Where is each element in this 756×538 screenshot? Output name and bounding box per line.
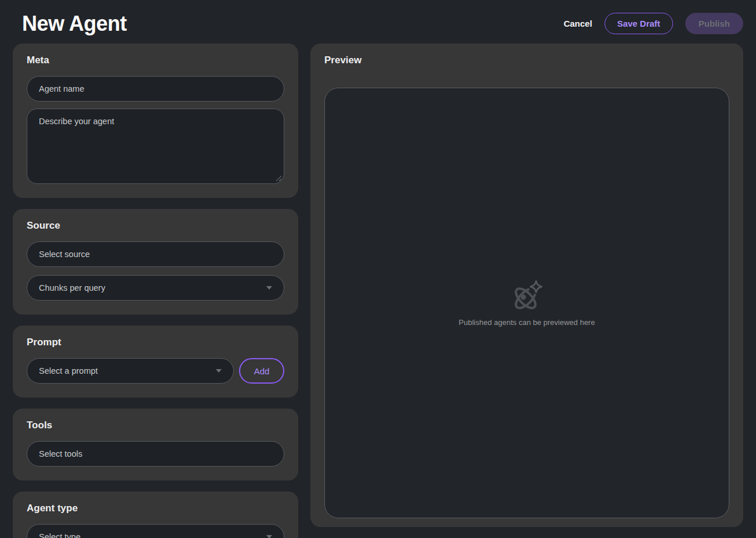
prompt-select-value: Select a prompt	[39, 366, 98, 375]
preview-column: Preview Published agents can be previewe…	[310, 44, 743, 527]
select-source-input[interactable]	[27, 241, 284, 267]
header-actions: Cancel Save Draft Publish	[563, 13, 743, 34]
chevron-down-icon	[266, 535, 272, 538]
chunks-per-query-select[interactable]: Chunks per query	[27, 275, 284, 301]
page-title: New Agent	[22, 12, 126, 36]
preview-heading: Preview	[324, 55, 729, 66]
chevron-down-icon	[266, 286, 272, 290]
main-content: Meta Source Chunks per query Prompt	[0, 44, 756, 538]
source-card: Source Chunks per query	[13, 209, 298, 315]
preview-empty-state: Published agents can be previewed here	[324, 88, 729, 518]
resize-handle-icon[interactable]	[276, 175, 282, 182]
tools-card: Tools	[13, 409, 298, 481]
cancel-button[interactable]: Cancel	[563, 19, 592, 28]
chunks-per-query-value: Chunks per query	[39, 283, 105, 293]
agent-name-input[interactable]	[27, 76, 284, 102]
preview-card: Preview Published agents can be previewe…	[310, 44, 743, 527]
prompt-select[interactable]: Select a prompt	[27, 358, 234, 384]
header: New Agent Cancel Save Draft Publish	[0, 0, 756, 44]
atom-sparkle-icon	[510, 279, 544, 313]
save-draft-button[interactable]: Save Draft	[605, 13, 673, 34]
form-column: Meta Source Chunks per query Prompt	[13, 44, 298, 538]
prompt-heading: Prompt	[27, 337, 284, 348]
meta-card: Meta	[13, 44, 298, 198]
chevron-down-icon	[216, 369, 222, 373]
agent-type-value: Select type	[39, 532, 81, 538]
prompt-card: Prompt Select a prompt Add	[13, 326, 298, 398]
prompt-row: Select a prompt Add	[27, 358, 284, 384]
agent-type-select[interactable]: Select type	[27, 524, 284, 538]
publish-button[interactable]: Publish	[685, 13, 743, 34]
add-prompt-button[interactable]: Add	[239, 358, 284, 384]
tools-heading: Tools	[27, 420, 284, 431]
select-tools-input[interactable]	[27, 441, 284, 467]
agent-description-textarea[interactable]	[27, 109, 284, 184]
agent-type-heading: Agent type	[27, 503, 284, 514]
agent-description-wrap	[27, 109, 284, 184]
meta-heading: Meta	[27, 55, 284, 66]
preview-empty-text: Published agents can be previewed here	[459, 318, 595, 327]
source-heading: Source	[27, 220, 284, 232]
agent-type-card: Agent type Select type	[13, 492, 298, 538]
